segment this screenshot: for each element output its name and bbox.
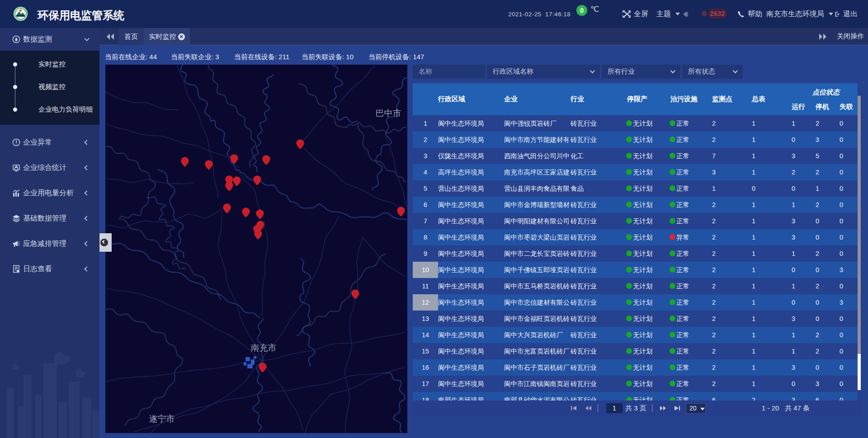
svg-text:遂宁市: 遂宁市 — [149, 414, 175, 424]
svg-text:南充市: 南充市 — [251, 343, 277, 353]
svg-text:巴中市: 巴中市 — [376, 108, 401, 118]
